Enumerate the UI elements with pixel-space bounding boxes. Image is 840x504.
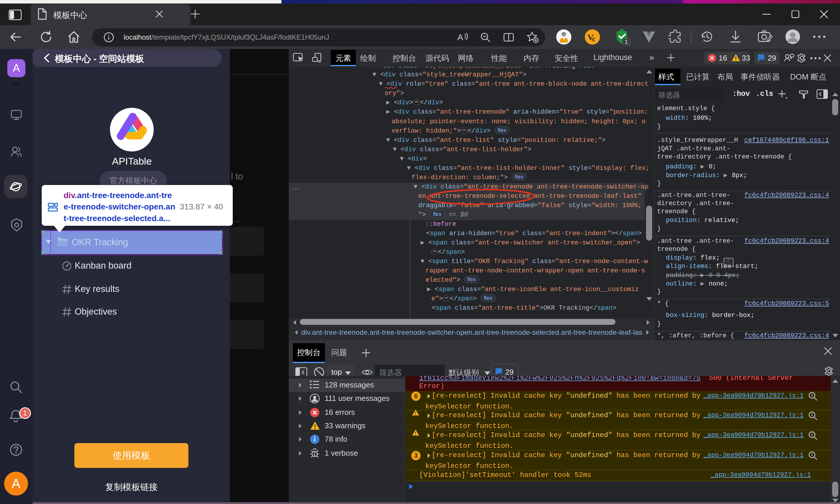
svg-text:A: A [457,32,463,42]
svg-text:c: c [592,35,596,43]
svg-text:1: 1 [625,39,628,45]
